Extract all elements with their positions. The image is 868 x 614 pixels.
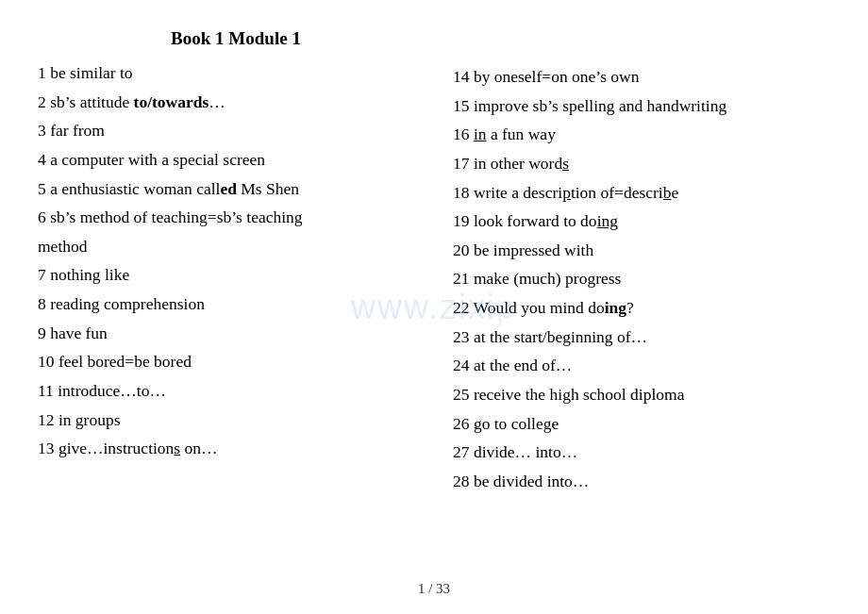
list-item: 23 at the start/beginning of… bbox=[453, 323, 830, 352]
right-items-list: 14 by oneself=on one’s own15 improve sb’… bbox=[453, 28, 830, 495]
list-item: 2 sb’s attitude to/towards… bbox=[38, 88, 434, 117]
list-item: 14 by oneself=on one’s own bbox=[453, 62, 830, 91]
list-item: 6 sb’s method of teaching=sb’s teachingm… bbox=[38, 203, 434, 260]
list-item: 16 in a fun way bbox=[453, 120, 830, 149]
list-item: 7 nothing like bbox=[38, 260, 434, 290]
page-footer: 1 / 33 bbox=[0, 581, 868, 597]
list-item: 24 at the end of… bbox=[453, 351, 830, 380]
list-item: 11 introduce…to… bbox=[38, 376, 434, 406]
list-item: 20 be impressed with bbox=[453, 236, 830, 265]
page: www.zixip Book 1 Module 1 1 be similar t… bbox=[0, 0, 868, 614]
list-item: 9 have fun bbox=[38, 319, 434, 348]
list-item: 28 be divided into… bbox=[453, 467, 830, 496]
list-item: 4 a computer with a special screen bbox=[38, 145, 434, 174]
left-column: Book 1 Module 1 1 be similar to2 sb’s at… bbox=[38, 28, 434, 495]
list-item: 27 divide… into… bbox=[453, 438, 830, 467]
right-column: 14 by oneself=on one’s own15 improve sb’… bbox=[434, 28, 830, 495]
list-item: 3 far from bbox=[38, 116, 434, 145]
content-area: Book 1 Module 1 1 be similar to2 sb’s at… bbox=[38, 28, 830, 495]
list-item: 25 receive the high school diploma bbox=[453, 380, 830, 409]
list-item: 21 make (much) progress bbox=[453, 264, 830, 293]
page-title: Book 1 Module 1 bbox=[38, 28, 434, 49]
list-item: 17 in other words bbox=[453, 149, 830, 178]
list-item: 15 improve sb’s spelling and handwriting bbox=[453, 91, 830, 121]
list-item: 22 Would you mind doing? bbox=[453, 293, 830, 323]
list-item: 8 reading comprehension bbox=[38, 290, 434, 319]
list-item: 19 look forward to doing bbox=[453, 207, 830, 236]
list-item: 10 feel bored=be bored bbox=[38, 347, 434, 376]
list-item: 1 be similar to bbox=[38, 58, 434, 88]
list-item: 12 in groups bbox=[38, 406, 434, 435]
left-items-list: 1 be similar to2 sb’s attitude to/toward… bbox=[38, 58, 434, 463]
list-item: 5 a enthusiastic woman called Ms Shen bbox=[38, 174, 434, 204]
list-item: 13 give…instructions on… bbox=[38, 434, 434, 463]
list-item: 26 go to college bbox=[453, 409, 830, 439]
list-item: 18 write a description of=describe bbox=[453, 178, 830, 207]
